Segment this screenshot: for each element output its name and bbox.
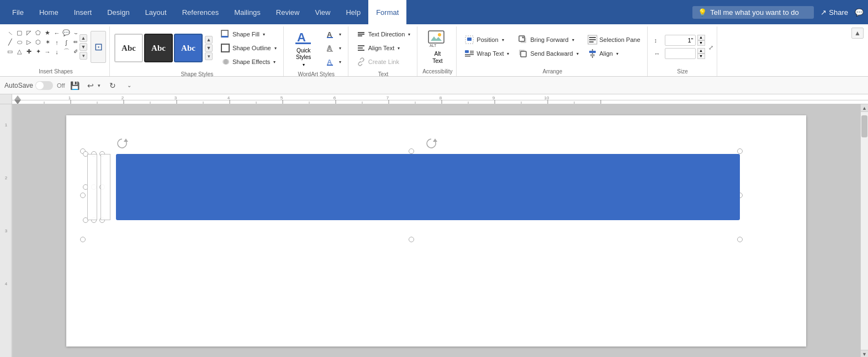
- lightbulb-icon: 💡: [698, 8, 707, 17]
- text-fill-button[interactable]: A ▾: [322, 28, 345, 41]
- handle-br[interactable]: [737, 237, 743, 242]
- shape-outline-button[interactable]: Shape Outline ▾: [217, 41, 280, 55]
- customize-qat-button[interactable]: ⌄: [123, 79, 136, 92]
- shape-curve[interactable]: ⌣: [71, 29, 77, 38]
- shape-star5[interactable]: ★: [43, 29, 52, 38]
- size-expand-icon[interactable]: ⤢: [708, 44, 713, 51]
- height-spin-up[interactable]: ▲: [697, 35, 705, 40]
- selection-pane-button[interactable]: Selection Pane: [584, 33, 644, 46]
- tab-design[interactable]: Design: [99, 0, 137, 24]
- handle-bl[interactable]: [80, 237, 86, 242]
- shape-freeform[interactable]: ✏: [71, 38, 77, 47]
- handle-bc[interactable]: [409, 237, 414, 242]
- handle-ml[interactable]: [80, 193, 86, 198]
- right-scrollbar[interactable]: ▲ ▼: [860, 104, 868, 357]
- shape-arrow-left[interactable]: ←: [52, 29, 61, 38]
- undo-button[interactable]: ↩: [85, 79, 96, 92]
- shapes-scroll-down[interactable]: ▼: [80, 43, 87, 51]
- tab-mailings[interactable]: Mailings: [226, 0, 268, 24]
- tab-format[interactable]: Format: [368, 0, 406, 24]
- ruler-body: 1 2 3 4 5 6 7 8 9 10: [12, 94, 868, 104]
- share-button[interactable]: ↗ Share: [821, 8, 848, 17]
- scroll-up-button[interactable]: ▲: [861, 104, 868, 112]
- tab-view[interactable]: View: [307, 0, 338, 24]
- scroll-thumb[interactable]: [861, 115, 867, 137]
- create-link-button[interactable]: Create Link: [353, 55, 414, 68]
- shape-line2[interactable]: ╱: [6, 38, 14, 47]
- shape-arrow[interactable]: ▷: [24, 38, 33, 47]
- shapes-scroll-up[interactable]: ▲: [80, 34, 87, 42]
- autosave-toggle[interactable]: [35, 81, 53, 90]
- shape-star6[interactable]: ✶: [43, 38, 52, 47]
- alt-text-button[interactable]: ALT AltText: [422, 28, 453, 66]
- scroll-down-button[interactable]: ▼: [861, 350, 868, 357]
- arrange-label: Arrange: [461, 67, 643, 76]
- handle-tr[interactable]: [737, 148, 743, 154]
- shape-arrow-up[interactable]: ↑: [52, 38, 61, 47]
- wrap-text-button[interactable]: Wrap Text ▾: [461, 47, 512, 60]
- save-button[interactable]: 💾: [68, 79, 82, 92]
- tab-help[interactable]: Help: [338, 0, 368, 24]
- shape-line[interactable]: ⟍: [6, 29, 14, 38]
- shape-hexagon[interactable]: ⬡: [34, 38, 43, 47]
- width-spin-up[interactable]: ▲: [697, 48, 705, 54]
- position-button[interactable]: Position ▾: [461, 33, 512, 46]
- rotate-handle-left[interactable]: [116, 137, 128, 152]
- shape-plus[interactable]: ✚: [24, 47, 33, 56]
- style-scroll-up[interactable]: ▲: [205, 36, 213, 44]
- tab-insert[interactable]: Insert: [66, 0, 100, 24]
- shape-fill-button[interactable]: Shape Fill ▾: [217, 28, 280, 41]
- height-input[interactable]: [665, 35, 696, 46]
- quick-styles-button[interactable]: A QuickStyles ▾: [288, 29, 319, 67]
- tell-me-input[interactable]: 💡 Tell me what you want to do: [692, 6, 814, 19]
- width-input[interactable]: [665, 48, 696, 59]
- bring-forward-button[interactable]: Bring Forward ▾: [515, 33, 581, 46]
- edit-shape-icon[interactable]: ⊡: [91, 31, 106, 63]
- shape-rt-triangle[interactable]: ◸: [24, 29, 33, 38]
- style-blue[interactable]: Abc: [174, 34, 203, 62]
- shape-misc[interactable]: ∫: [62, 38, 71, 47]
- shape-triangle[interactable]: △: [15, 47, 24, 56]
- align-button[interactable]: Align ▾: [584, 47, 644, 60]
- undo-dropdown[interactable]: ▾: [96, 79, 103, 92]
- shapes-expand[interactable]: ▾: [80, 52, 87, 60]
- tab-home[interactable]: Home: [31, 0, 66, 24]
- align-text-button[interactable]: Align Text ▾: [353, 41, 414, 55]
- rotate-handle-right[interactable]: [425, 137, 437, 152]
- document-area[interactable]: [12, 104, 860, 357]
- send-backward-button[interactable]: Send Backward ▾: [515, 47, 581, 60]
- shape-effects-button[interactable]: Shape Effects ▾: [217, 55, 280, 68]
- style-outline[interactable]: Abc: [114, 34, 143, 62]
- shape-scribble[interactable]: ✐: [71, 47, 77, 56]
- tab-review[interactable]: Review: [268, 0, 308, 24]
- width-spin-down[interactable]: ▼: [697, 54, 705, 59]
- shape-rect[interactable]: ▭: [6, 47, 14, 56]
- blue-shape[interactable]: [116, 154, 740, 220]
- shape-pentagon[interactable]: ⬠: [34, 29, 43, 38]
- style-expand[interactable]: ▾: [205, 52, 213, 60]
- arrange-col2: Bring Forward ▾ Send Backward ▾: [515, 33, 581, 60]
- tab-file[interactable]: File: [4, 0, 31, 24]
- handle-tc[interactable]: [409, 148, 414, 154]
- shape-arrow-right[interactable]: →: [43, 47, 52, 56]
- text-outline-button[interactable]: A ▾: [322, 41, 345, 55]
- shape-star4[interactable]: ✦: [34, 47, 43, 56]
- style-scroll-down[interactable]: ▼: [205, 44, 213, 52]
- shape-ellipse[interactable]: ⬭: [15, 38, 24, 47]
- size-label: Size: [652, 67, 713, 76]
- bring-forward-arrow: ▾: [572, 38, 574, 42]
- ribbon-collapse-button[interactable]: ▲: [851, 28, 864, 39]
- text-direction-button[interactable]: Text Direction ▾: [353, 28, 414, 41]
- text-effects-button[interactable]: A ▾: [322, 55, 345, 68]
- style-dark[interactable]: Abc: [144, 34, 173, 62]
- arrange-col1: Position ▾ Wr: [461, 33, 512, 60]
- shape-arrow-down[interactable]: ↓: [52, 47, 61, 56]
- tab-layout[interactable]: Layout: [137, 0, 174, 24]
- height-spin-down[interactable]: ▼: [697, 40, 705, 46]
- tab-references[interactable]: References: [174, 0, 226, 24]
- shape-rounded-rect[interactable]: ▢: [15, 29, 24, 38]
- shape-arc[interactable]: ⌒: [62, 47, 71, 56]
- shape-callout[interactable]: 💬: [62, 29, 71, 38]
- redo-button[interactable]: ↻: [106, 79, 119, 92]
- comments-icon[interactable]: 💬: [855, 8, 864, 17]
